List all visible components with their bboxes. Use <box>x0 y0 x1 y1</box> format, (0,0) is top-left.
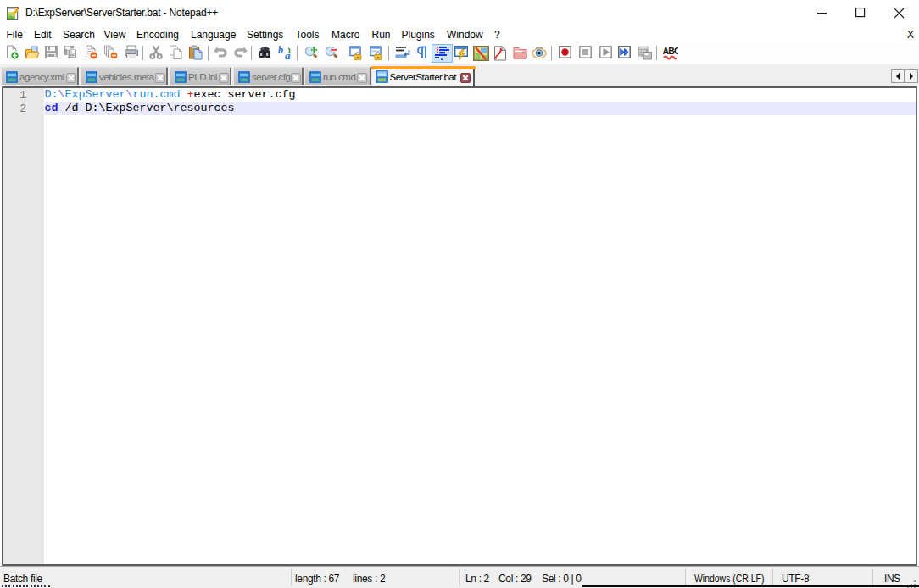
svg-text:b: b <box>278 45 283 56</box>
svg-text:ABC: ABC <box>663 46 678 56</box>
